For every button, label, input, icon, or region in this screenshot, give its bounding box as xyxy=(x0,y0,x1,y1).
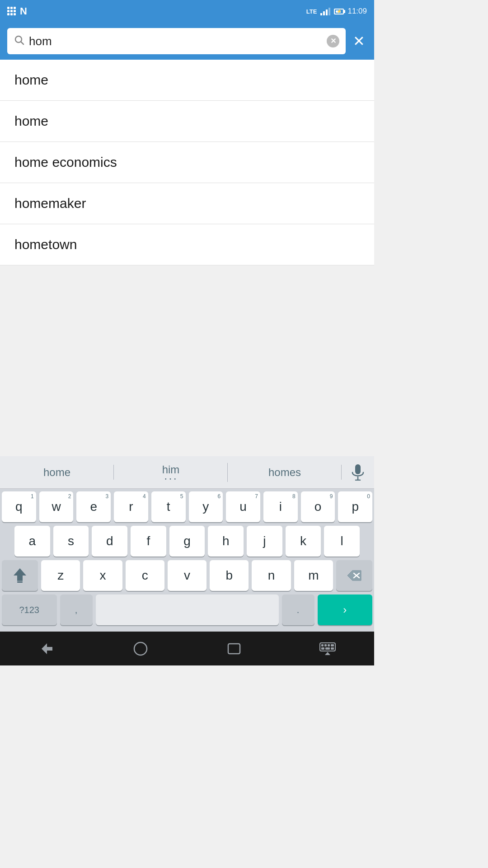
numbers-key[interactable]: ?123 xyxy=(2,594,57,625)
key-q[interactable]: 1 q xyxy=(2,491,36,522)
suggestion-item-2[interactable]: home xyxy=(0,101,374,142)
clock: 11:09 xyxy=(347,7,367,16)
clear-input-button[interactable]: ✕ xyxy=(327,35,339,47)
home-button[interactable] xyxy=(127,635,154,662)
clear-x-icon: ✕ xyxy=(330,38,336,45)
shift-key[interactable] xyxy=(2,560,38,591)
key-row-4: ?123 , . › xyxy=(2,594,372,625)
svg-rect-19 xyxy=(331,647,334,650)
comma-key[interactable]: , xyxy=(60,594,93,625)
suggestion-item-5[interactable]: hometown xyxy=(0,224,374,265)
svg-marker-9 xyxy=(42,643,52,654)
suggestion-item-1[interactable]: home xyxy=(0,60,374,101)
keyboard: home him • • • homes 1 q 2 xyxy=(0,456,374,632)
key-row-3: z x c v b n m xyxy=(2,560,372,591)
autocomplete-dots: • • • xyxy=(114,477,228,481)
key-k[interactable]: k xyxy=(286,526,321,557)
svg-rect-6 xyxy=(17,581,23,583)
svg-line-1 xyxy=(21,42,24,45)
search-input[interactable] xyxy=(29,34,322,48)
signal-icon xyxy=(320,7,330,15)
status-bar: N LTE ⚡ 11:09 xyxy=(0,0,374,23)
key-n[interactable]: n xyxy=(252,560,291,591)
suggestion-item-3[interactable]: home economics xyxy=(0,142,374,183)
key-s[interactable]: s xyxy=(53,526,89,557)
period-key[interactable]: . xyxy=(282,594,314,625)
svg-rect-12 xyxy=(320,643,335,651)
key-i[interactable]: 8 i xyxy=(263,491,298,522)
autocomplete-word-2[interactable]: him • • • xyxy=(114,459,228,486)
autocomplete-bar: home him • • • homes xyxy=(0,456,374,489)
key-b[interactable]: b xyxy=(210,560,249,591)
key-z[interactable]: z xyxy=(41,560,80,591)
n-icon: N xyxy=(20,5,27,17)
status-bar-right: LTE ⚡ 11:09 xyxy=(306,7,367,16)
key-j[interactable]: j xyxy=(247,526,282,557)
bottom-nav xyxy=(0,632,374,665)
key-h[interactable]: h xyxy=(208,526,244,557)
go-key[interactable]: › xyxy=(318,594,373,625)
suggestion-item-4[interactable]: homemaker xyxy=(0,183,374,224)
search-icon xyxy=(14,34,24,48)
svg-rect-11 xyxy=(228,644,240,654)
search-bar: ✕ ✕ xyxy=(0,23,374,60)
key-y[interactable]: 6 y xyxy=(189,491,223,522)
back-button[interactable] xyxy=(33,635,61,662)
key-a[interactable]: a xyxy=(14,526,50,557)
svg-point-10 xyxy=(134,642,147,655)
svg-rect-16 xyxy=(331,644,334,646)
mic-button[interactable] xyxy=(342,464,374,481)
svg-rect-2 xyxy=(355,464,361,474)
key-row-2: a s d f g h j k l xyxy=(2,526,372,557)
autocomplete-word-3[interactable]: homes xyxy=(228,462,342,483)
close-search-button[interactable]: ✕ xyxy=(351,33,367,50)
autocomplete-word-1[interactable]: home xyxy=(0,462,114,483)
key-t[interactable]: 5 t xyxy=(151,491,186,522)
key-w[interactable]: 2 w xyxy=(39,491,74,522)
key-v[interactable]: v xyxy=(168,560,206,591)
search-input-container[interactable]: ✕ xyxy=(7,28,346,54)
key-f[interactable]: f xyxy=(131,526,166,557)
svg-rect-13 xyxy=(321,644,324,646)
svg-marker-5 xyxy=(14,568,26,581)
status-bar-left: N xyxy=(7,5,27,17)
grid-icon xyxy=(7,7,16,16)
keyboard-rows: 1 q 2 w 3 e 4 r 5 t 6 y xyxy=(0,489,374,632)
key-x[interactable]: x xyxy=(83,560,122,591)
svg-marker-20 xyxy=(325,652,330,655)
key-u[interactable]: 7 u xyxy=(226,491,260,522)
key-row-1: 1 q 2 w 3 e 4 r 5 t 6 y xyxy=(2,491,372,522)
key-p[interactable]: 0 p xyxy=(338,491,372,522)
recents-button[interactable] xyxy=(221,635,248,662)
lte-label: LTE xyxy=(306,8,317,15)
key-l[interactable]: l xyxy=(324,526,360,557)
key-e[interactable]: 3 e xyxy=(76,491,111,522)
key-m[interactable]: m xyxy=(294,560,333,591)
key-c[interactable]: c xyxy=(126,560,164,591)
svg-rect-15 xyxy=(328,644,330,646)
svg-rect-18 xyxy=(325,647,330,650)
space-key[interactable] xyxy=(96,594,279,625)
key-o[interactable]: 9 o xyxy=(301,491,335,522)
battery-icon: ⚡ xyxy=(334,9,344,14)
svg-rect-17 xyxy=(321,647,324,650)
svg-rect-14 xyxy=(324,644,327,646)
backspace-key[interactable] xyxy=(336,560,372,591)
key-r[interactable]: 4 r xyxy=(114,491,148,522)
keyboard-toggle-button[interactable] xyxy=(314,635,341,662)
key-g[interactable]: g xyxy=(169,526,205,557)
key-d[interactable]: d xyxy=(92,526,127,557)
suggestions-list: home home home economics homemaker homet… xyxy=(0,60,374,265)
